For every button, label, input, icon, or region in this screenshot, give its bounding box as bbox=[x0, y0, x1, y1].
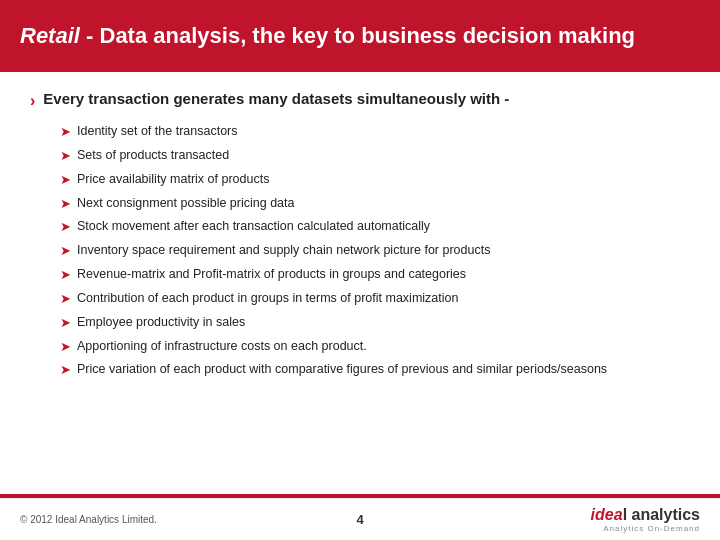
bullet-text: Price availability matrix of products bbox=[77, 170, 690, 188]
bullet-text: Stock movement after each transaction ca… bbox=[77, 217, 690, 235]
bullet-text: Employee productivity in sales bbox=[77, 313, 690, 331]
bullet-arrow-icon: ➤ bbox=[60, 266, 71, 285]
bullet-item: ➤Revenue-matrix and Profit-matrix of pro… bbox=[60, 265, 690, 285]
bullet-arrow-icon: ➤ bbox=[60, 123, 71, 142]
bullet-text: Sets of products transacted bbox=[77, 146, 690, 164]
copyright-text: © 2012 Ideal Analytics Limited. bbox=[20, 514, 157, 525]
bullet-text: Next consignment possible pricing data bbox=[77, 194, 690, 212]
bullet-arrow-icon: ➤ bbox=[60, 290, 71, 309]
section-header: › Every transaction generates many datas… bbox=[30, 90, 690, 110]
brand-name: Retail bbox=[20, 23, 80, 48]
footer-logo: ideal analytics Analytics On-Demand bbox=[591, 506, 700, 533]
bullet-arrow-icon: ➤ bbox=[60, 218, 71, 237]
bullet-arrow-icon: ➤ bbox=[60, 314, 71, 333]
bullet-text: Inventory space requirement and supply c… bbox=[77, 241, 690, 259]
logo-tagline: Analytics On-Demand bbox=[603, 524, 700, 533]
bullet-item: ➤Contribution of each product in groups … bbox=[60, 289, 690, 309]
main-content: › Every transaction generates many datas… bbox=[0, 72, 720, 394]
bullet-list: ➤Identity set of the transactors➤Sets of… bbox=[30, 122, 690, 380]
header-subtitle: - Data analysis, the key to business dec… bbox=[86, 23, 635, 48]
bullet-item: ➤Apportioning of infrastructure costs on… bbox=[60, 337, 690, 357]
bullet-text: Apportioning of infrastructure costs on … bbox=[77, 337, 690, 355]
bullet-arrow-icon: ➤ bbox=[60, 361, 71, 380]
bullet-arrow-icon: ➤ bbox=[60, 338, 71, 357]
logo-analytics: l analytics bbox=[623, 506, 700, 523]
header-title: Retail - Data analysis, the key to busin… bbox=[20, 22, 635, 51]
page-number: 4 bbox=[356, 512, 363, 527]
bullet-item: ➤Price availability matrix of products bbox=[60, 170, 690, 190]
bullet-item: ➤Next consignment possible pricing data bbox=[60, 194, 690, 214]
bullet-item: ➤Sets of products transacted bbox=[60, 146, 690, 166]
logo-main-text: ideal analytics bbox=[591, 506, 700, 524]
bullet-arrow-icon: ➤ bbox=[60, 195, 71, 214]
bullet-item: ➤Identity set of the transactors bbox=[60, 122, 690, 142]
bullet-item: ➤Inventory space requirement and supply … bbox=[60, 241, 690, 261]
bullet-item: ➤Employee productivity in sales bbox=[60, 313, 690, 333]
bullet-arrow-icon: ➤ bbox=[60, 171, 71, 190]
bullet-text: Price variation of each product with com… bbox=[77, 360, 690, 378]
section-title: Every transaction generates many dataset… bbox=[43, 90, 509, 107]
page-header: Retail - Data analysis, the key to busin… bbox=[0, 0, 720, 72]
bullet-arrow-icon: ➤ bbox=[60, 242, 71, 261]
logo-idea: idea bbox=[591, 506, 623, 523]
bullet-arrow-icon: ➤ bbox=[60, 147, 71, 166]
bullet-text: Revenue-matrix and Profit-matrix of prod… bbox=[77, 265, 690, 283]
bullet-text: Identity set of the transactors bbox=[77, 122, 690, 140]
bullet-text: Contribution of each product in groups i… bbox=[77, 289, 690, 307]
section-arrow-icon: › bbox=[30, 92, 35, 110]
bullet-item: ➤Price variation of each product with co… bbox=[60, 360, 690, 380]
bullet-item: ➤Stock movement after each transaction c… bbox=[60, 217, 690, 237]
footer: © 2012 Ideal Analytics Limited. 4 ideal … bbox=[0, 498, 720, 540]
